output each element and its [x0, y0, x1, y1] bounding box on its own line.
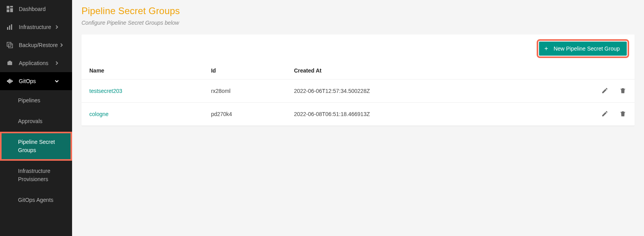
svg-rect-13 [9, 79, 10, 84]
sidebar-item-label: GitOps [19, 78, 36, 84]
sidebar-item-infrastructure[interactable]: Infrastructure [0, 18, 72, 36]
svg-rect-1 [10, 6, 13, 7]
svg-rect-4 [7, 27, 8, 30]
sidebar-item-label: Infrastructure Provisioners [18, 167, 66, 183]
svg-rect-12 [8, 80, 9, 83]
col-name: Name [81, 62, 203, 80]
sidebar-sub-pipelines[interactable]: Pipelines [0, 90, 72, 111]
secret-groups-card: + New Pipeline Secret Group Name Id Crea… [81, 34, 635, 126]
col-id: Id [203, 62, 286, 80]
svg-rect-15 [12, 80, 13, 82]
gitops-icon [6, 78, 13, 85]
svg-rect-7 [7, 42, 11, 46]
svg-rect-6 [11, 24, 12, 30]
svg-rect-2 [7, 9, 9, 12]
secret-group-created: 2022-06-06T12:57:34.500228Z [286, 80, 584, 103]
sidebar-sub-infrastructure-provisioners[interactable]: Infrastructure Provisioners [0, 161, 72, 190]
page-subtitle: Configure Pipeline Secret Groups below [81, 20, 635, 26]
svg-rect-10 [9, 61, 11, 62]
sidebar-item-label: Backup/Restore [19, 42, 58, 48]
sidebar-item-applications[interactable]: Applications [0, 54, 72, 72]
svg-rect-0 [7, 6, 9, 9]
chevron-down-icon [53, 78, 60, 85]
button-label: New Pipeline Secret Group [554, 45, 620, 52]
sidebar-item-label: Approvals [18, 117, 42, 125]
plus-icon: + [545, 45, 548, 52]
sidebar-item-dashboard[interactable]: Dashboard [0, 0, 72, 18]
secret-group-id: rx28oml [203, 80, 286, 103]
secret-groups-table: Name Id Created At testsecret203 rx28oml… [81, 62, 635, 126]
infrastructure-icon [6, 24, 13, 31]
backup-icon [6, 42, 13, 49]
table-row: testsecret203 rx28oml 2022-06-06T12:57:3… [81, 80, 635, 103]
svg-rect-11 [7, 80, 8, 82]
edit-icon[interactable] [601, 110, 609, 118]
chevron-right-icon [58, 42, 65, 49]
main-content: Pipeline Secret Groups Configure Pipelin… [72, 0, 644, 236]
svg-rect-9 [7, 62, 12, 65]
chevron-right-icon [53, 60, 60, 67]
applications-icon [6, 60, 13, 67]
svg-rect-8 [9, 44, 13, 48]
secret-group-link[interactable]: testsecret203 [89, 88, 122, 94]
sidebar-item-label: Applications [19, 60, 49, 66]
edit-icon[interactable] [601, 87, 609, 94]
svg-rect-5 [9, 25, 10, 30]
sidebar-item-gitops[interactable]: GitOps [0, 72, 72, 90]
sidebar-item-backup-restore[interactable]: Backup/Restore [0, 36, 72, 54]
sidebar-item-label: Pipeline Secret Groups [18, 138, 66, 154]
sidebar-sub-gitops-agents[interactable]: GitOps Agents [0, 190, 72, 211]
table-row: cologne pd270k4 2022-06-08T06:51:18.4669… [81, 103, 635, 126]
delete-icon[interactable] [619, 110, 627, 118]
new-pipeline-secret-group-button[interactable]: + New Pipeline Secret Group [539, 42, 627, 56]
sidebar-sub-approvals[interactable]: Approvals [0, 111, 72, 132]
page-title: Pipeline Secret Groups [81, 5, 635, 16]
sidebar-sub-pipeline-secret-groups[interactable]: Pipeline Secret Groups [0, 132, 72, 161]
secret-group-created: 2022-06-08T06:51:18.466913Z [286, 103, 584, 126]
sidebar-item-label: Infrastructure [19, 24, 51, 30]
svg-rect-3 [10, 8, 13, 12]
sidebar: Dashboard Infrastructure Backup/Restore … [0, 0, 72, 236]
svg-rect-14 [11, 80, 11, 83]
secret-group-id: pd270k4 [203, 103, 286, 126]
sidebar-item-label: Dashboard [19, 6, 46, 12]
chevron-right-icon [53, 24, 60, 31]
secret-group-link[interactable]: cologne [89, 111, 109, 117]
col-created: Created At [286, 62, 584, 80]
sidebar-item-label: Pipelines [18, 96, 40, 105]
card-header: + New Pipeline Secret Group [81, 34, 635, 62]
dashboard-icon [6, 5, 13, 13]
sidebar-item-label: GitOps Agents [18, 196, 53, 204]
delete-icon[interactable] [619, 87, 627, 94]
